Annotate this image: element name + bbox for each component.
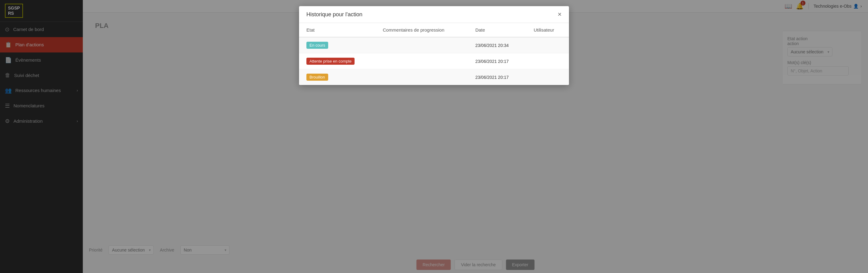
modal-dialog: Historique pour l'action × Etat Commenta…	[299, 6, 569, 85]
utilisateur-cell	[526, 53, 569, 69]
utilisateur-cell	[526, 37, 569, 53]
table-row: Attente prise en compte 23/06/2021 20:17	[299, 53, 569, 69]
commentaire-cell	[375, 37, 468, 53]
modal-header: Historique pour l'action ×	[299, 6, 569, 23]
modal-title: Historique pour l'action	[306, 11, 363, 18]
col-etat: Etat	[299, 23, 375, 37]
modal-close-button[interactable]: ×	[558, 11, 562, 18]
date-cell: 23/06/2021 20:34	[468, 37, 526, 53]
modal-table-header-row: Etat Commentaires de progression Date Ut…	[299, 23, 569, 37]
utilisateur-cell	[526, 69, 569, 85]
etat-cell: Brouillon	[299, 69, 375, 85]
status-badge-attente: Attente prise en compte	[306, 58, 354, 65]
etat-cell: En cours	[299, 37, 375, 53]
modal-overlay: Historique pour l'action × Etat Commenta…	[83, 0, 868, 273]
etat-cell: Attente prise en compte	[299, 53, 375, 69]
modal-table-header: Etat Commentaires de progression Date Ut…	[299, 23, 569, 37]
col-utilisateur: Utilisateur	[526, 23, 569, 37]
commentaire-cell	[375, 69, 468, 85]
status-badge-brouillon: Brouillon	[306, 73, 328, 81]
col-date: Date	[468, 23, 526, 37]
modal-body: Etat Commentaires de progression Date Ut…	[299, 23, 569, 85]
date-cell: 23/06/2021 20:17	[468, 69, 526, 85]
date-cell: 23/06/2021 20:17	[468, 53, 526, 69]
table-row: En cours 23/06/2021 20:34	[299, 37, 569, 53]
main-content: 📖 🔔 1 Technologies e-Obs 👤 › PLA Etat ac…	[83, 0, 868, 273]
commentaire-cell	[375, 53, 468, 69]
col-commentaires: Commentaires de progression	[375, 23, 468, 37]
modal-table-body: En cours 23/06/2021 20:34 Attente prise …	[299, 37, 569, 85]
modal-table: Etat Commentaires de progression Date Ut…	[299, 23, 569, 85]
status-badge-en-cours: En cours	[306, 42, 328, 49]
table-row: Brouillon 23/06/2021 20:17	[299, 69, 569, 85]
